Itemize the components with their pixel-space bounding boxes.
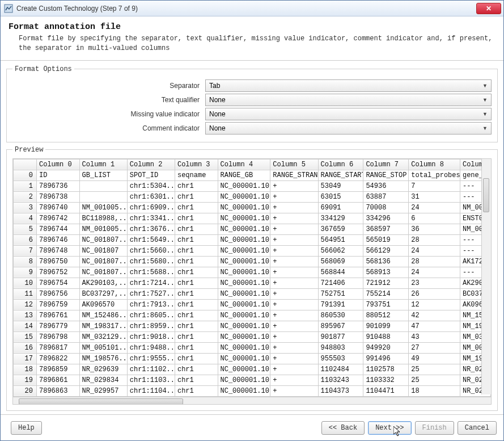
comment-indicator-label: Comment indicator	[12, 124, 205, 132]
vertical-scrollbar[interactable]	[481, 159, 491, 394]
table-cell: +	[270, 191, 318, 202]
row-number[interactable]: 3	[14, 202, 37, 213]
column-header[interactable]: Column 6	[318, 159, 363, 170]
table-row[interactable]: 37896740NM_001005...chr1:6909...chr1NC_0…	[14, 202, 491, 213]
cancel-button[interactable]: Cancel	[458, 421, 497, 435]
table-row[interactable]: 67896746NC_001807...chr1:5649...chr1NC_0…	[14, 234, 491, 245]
row-number[interactable]: 17	[14, 353, 37, 364]
row-number[interactable]: 4	[14, 213, 37, 224]
table-cell: 24	[409, 267, 460, 278]
row-number-header[interactable]	[14, 159, 37, 170]
row-number[interactable]: 2	[14, 191, 37, 202]
table-cell: 1104373	[318, 385, 363, 396]
page-description: Format file by specifying the separator,…	[19, 34, 495, 53]
table-cell: 7896754	[37, 278, 80, 288]
titlebar[interactable]: Create Custom Technology (Step 7 of 9) ✕	[1, 1, 503, 16]
separator-select[interactable]: Tab▼	[205, 79, 492, 92]
table-cell: NC_000001.10	[218, 245, 270, 256]
table-cell: BC037297,...	[79, 288, 127, 299]
table-row[interactable]: 147896779NM_198317...chr1:8959...chr1NC_…	[14, 321, 491, 331]
row-number[interactable]: 12	[14, 299, 37, 310]
table-cell: +	[270, 224, 318, 234]
table-cell: 565019	[363, 234, 409, 245]
row-number[interactable]: 13	[14, 310, 37, 321]
column-header[interactable]: Column 4	[218, 159, 270, 170]
row-number[interactable]: 0	[14, 170, 37, 180]
table-cell: chr1:5680...	[127, 256, 175, 267]
text-qualifier-label: Text qualifier	[12, 96, 205, 104]
row-number[interactable]: 7	[14, 245, 37, 256]
table-cell: 991496	[363, 353, 409, 364]
table-body: 0IDGB_LISTSPOT_IDseqnameRANGE_GBRANGE_ST…	[14, 170, 491, 396]
table-cell	[79, 191, 127, 202]
table-cell: 12	[409, 299, 460, 310]
table-row[interactable]: 97896752NC_001807...chr1:5688...chr1NC_0…	[14, 267, 491, 278]
table-cell: +	[270, 353, 318, 364]
comment-indicator-select[interactable]: None▼	[205, 122, 492, 135]
table-row[interactable]: 197896861NR_029834chr1:1103...chr1NC_000…	[14, 375, 491, 385]
table-cell: chr1:7527...	[127, 288, 175, 299]
table-row[interactable]: 0IDGB_LISTSPOT_IDseqnameRANGE_GBRANGE_ST…	[14, 170, 491, 180]
row-number[interactable]: 5	[14, 224, 37, 234]
table-row[interactable]: 137896761NM_152486...chr1:8605...chr1NC_…	[14, 310, 491, 321]
table-row[interactable]: 167896817NM_005101...chr1:9488...chr1NC_…	[14, 342, 491, 353]
row-number[interactable]: 16	[14, 342, 37, 353]
column-header[interactable]: Column 0	[37, 159, 80, 170]
table-cell: 910488	[363, 331, 409, 342]
column-header[interactable]: Column 2	[127, 159, 175, 170]
table-cell: 25	[409, 375, 460, 385]
row-number[interactable]: 18	[14, 364, 37, 375]
table-row[interactable]: 177896822NM_198576...chr1:9555...chr1NC_…	[14, 353, 491, 364]
row-number[interactable]: 8	[14, 256, 37, 267]
row-number[interactable]: 9	[14, 267, 37, 278]
table-cell: 42	[409, 310, 460, 321]
row-number[interactable]: 1	[14, 180, 37, 191]
table-cell: RANGE_GB	[218, 170, 270, 180]
table-row[interactable]: 27896738chr1:6301...chr1NC_000001.10+630…	[14, 191, 491, 202]
column-header[interactable]: Column 1	[79, 159, 127, 170]
table-row[interactable]: 77896748NC_001807chr1:5660...chr1NC_0000…	[14, 245, 491, 256]
close-button[interactable]: ✕	[476, 3, 501, 14]
column-header[interactable]: Column 5	[270, 159, 318, 170]
scrollbar-thumb[interactable]	[19, 398, 183, 405]
row-number[interactable]: 19	[14, 375, 37, 385]
preview-group: Preview Column 0Column 1Column 2Column 3…	[6, 146, 498, 411]
row-number[interactable]: 14	[14, 321, 37, 331]
table-cell: 568913	[363, 267, 409, 278]
table-cell: 7896738	[37, 191, 80, 202]
missing-value-select[interactable]: None▼	[205, 108, 492, 120]
table-row[interactable]: 117896756BC037297,...chr1:7527...chr1NC_…	[14, 288, 491, 299]
table-row[interactable]: 107896754AK290103,...chr1:7214...chr1NC_…	[14, 278, 491, 288]
table-row[interactable]: 17896736chr1:5304...chr1NC_000001.10+530…	[14, 180, 491, 191]
table-cell: chr1:5304...	[127, 180, 175, 191]
next-button[interactable]: Next >>	[368, 421, 411, 435]
table-row[interactable]: 127896759AK096570chr1:7913...chr1NC_0000…	[14, 299, 491, 310]
horizontal-scrollbar[interactable]	[13, 397, 491, 405]
scrollbar-thumb[interactable]	[483, 178, 489, 212]
back-button[interactable]: << Back	[321, 421, 365, 435]
column-header[interactable]: Column 7	[363, 159, 409, 170]
help-button[interactable]: Help	[11, 421, 42, 435]
table-cell: 31	[409, 191, 460, 202]
table-cell: chr1	[175, 288, 218, 299]
table-row[interactable]: 157896798NM_032129...chr1:9018...chr1NC_…	[14, 331, 491, 342]
column-header[interactable]: Column 8	[409, 159, 460, 170]
table-row[interactable]: 47896742BC118988,...chr1:3341...chr1NC_0…	[14, 213, 491, 224]
table-cell: 901877	[318, 331, 363, 342]
table-cell: chr1:8605...	[127, 310, 175, 321]
column-header[interactable]: Column 3	[175, 159, 218, 170]
row-number[interactable]: 10	[14, 278, 37, 288]
table-cell: 1103243	[318, 375, 363, 385]
table-cell: chr1:1102...	[127, 364, 175, 375]
table-row[interactable]: 57896744NM_001005...chr1:3676...chr1NC_0…	[14, 224, 491, 234]
table-row[interactable]: 187896859NR_029639chr1:1102...chr1NC_000…	[14, 364, 491, 375]
text-qualifier-select[interactable]: None▼	[205, 94, 492, 106]
table-row[interactable]: 207896863NR_029957chr1:1104...chr1NC_000…	[14, 385, 491, 396]
row-number[interactable]: 6	[14, 234, 37, 245]
row-number[interactable]: 15	[14, 331, 37, 342]
row-number[interactable]: 11	[14, 288, 37, 299]
table-row[interactable]: 87896750NC_001807...chr1:5680...chr1NC_0…	[14, 256, 491, 267]
row-number[interactable]: 20	[14, 385, 37, 396]
table-cell: 69091	[318, 202, 363, 213]
table-cell: chr1	[175, 375, 218, 385]
